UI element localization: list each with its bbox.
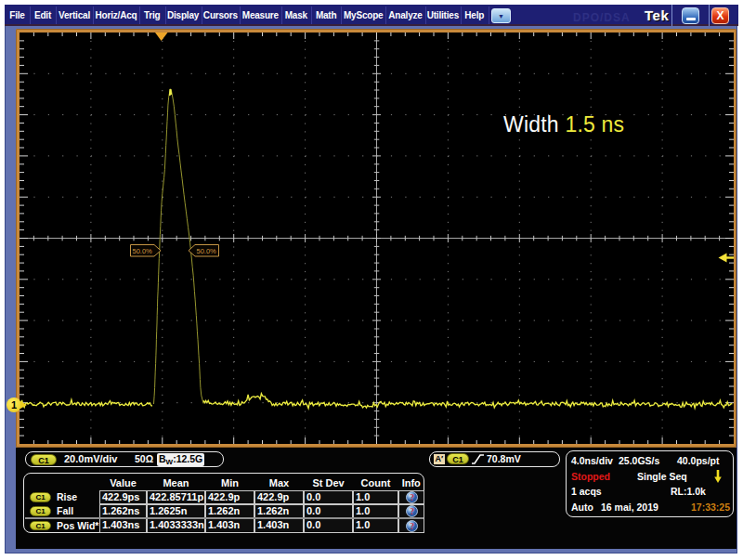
svg-text:?: ?	[410, 493, 414, 502]
svg-text:50.0%: 50.0%	[197, 247, 217, 255]
svg-text:?: ?	[410, 507, 414, 516]
svg-text:50.0%: 50.0%	[133, 247, 153, 255]
svg-text:?: ?	[410, 522, 414, 531]
